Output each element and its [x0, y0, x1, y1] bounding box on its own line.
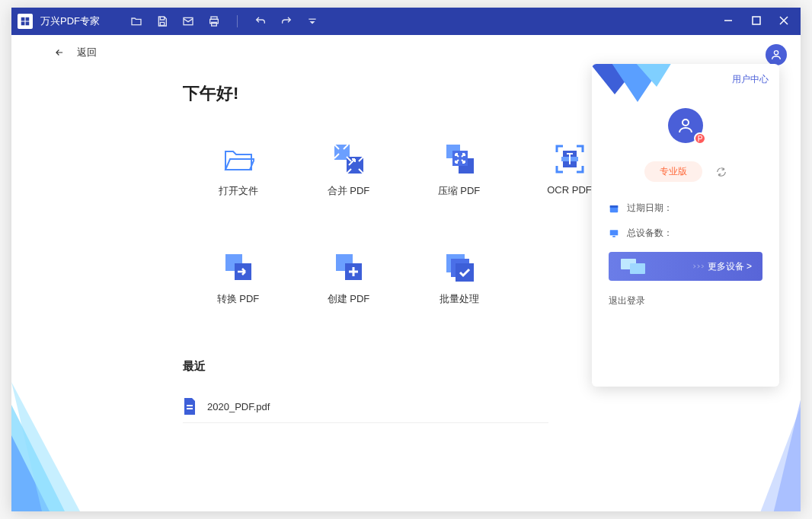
recent-file-item[interactable]: 2020_PDF.pdf — [183, 390, 548, 423]
panel-decoration — [592, 64, 676, 117]
svg-rect-25 — [610, 205, 619, 207]
svg-rect-27 — [612, 235, 615, 237]
svg-point-23 — [683, 119, 689, 126]
expiry-row: 过期日期： — [609, 202, 762, 215]
batch-icon — [443, 251, 475, 283]
pro-badge-icon: P — [694, 132, 706, 145]
merge-icon — [333, 143, 365, 175]
folder-open-icon — [222, 143, 254, 175]
compress-pdf-action[interactable]: 压缩 PDF — [404, 143, 514, 198]
redo-icon[interactable] — [280, 15, 293, 27]
action-label: OCR PDF — [547, 184, 592, 196]
close-button[interactable] — [779, 15, 788, 27]
recent-file-name: 2020_PDF.pdf — [207, 401, 270, 412]
action-label: 打开文件 — [219, 184, 258, 198]
toolbar — [130, 15, 318, 27]
user-panel: 用户中心 P 专业版 过期日期： 总设备数： — [592, 64, 779, 387]
action-label: 合并 PDF — [328, 184, 370, 198]
chevron-right-icon — [692, 263, 708, 270]
devices-image-icon — [619, 256, 647, 277]
back-button[interactable]: 返回 — [11, 35, 801, 59]
user-button[interactable] — [766, 44, 787, 65]
svg-rect-29 — [630, 263, 645, 274]
expiry-label: 过期日期： — [627, 202, 673, 215]
divider — [237, 15, 238, 27]
save-icon[interactable] — [156, 15, 168, 27]
action-label: 创建 PDF — [328, 292, 370, 306]
convert-pdf-action[interactable]: 转换 PDF — [183, 251, 293, 306]
window-controls — [723, 15, 794, 28]
create-icon — [333, 251, 365, 283]
undo-icon[interactable] — [254, 15, 267, 27]
app-title: 万兴PDF专家 — [40, 14, 100, 28]
action-label: 批量处理 — [440, 292, 479, 306]
logout-button[interactable]: 退出登录 — [592, 281, 779, 321]
merge-pdf-action[interactable]: 合并 PDF — [293, 143, 404, 198]
ocr-icon — [554, 143, 586, 175]
pro-version-badge[interactable]: 专业版 — [644, 161, 702, 182]
more-devices-label: 更多设备 > — [708, 260, 752, 273]
minimize-button[interactable] — [723, 15, 734, 28]
devices-label: 总设备数： — [627, 227, 673, 240]
svg-rect-26 — [610, 230, 619, 235]
refresh-icon[interactable] — [716, 167, 727, 177]
open-file-action[interactable]: 打开文件 — [183, 143, 293, 198]
more-devices-button[interactable]: 更多设备 > — [609, 252, 762, 281]
devices-row: 总设备数： — [609, 227, 762, 240]
pdf-file-icon — [183, 398, 197, 415]
back-label: 返回 — [77, 46, 97, 59]
mail-icon[interactable] — [182, 15, 194, 27]
monitor-icon — [609, 228, 619, 239]
svg-point-8 — [774, 51, 778, 55]
action-label: 转换 PDF — [217, 292, 260, 306]
folder-icon[interactable] — [130, 15, 142, 27]
batch-process-action[interactable]: 批量处理 — [404, 251, 514, 306]
svg-rect-5 — [753, 17, 760, 24]
print-icon[interactable] — [208, 15, 220, 27]
compress-icon — [443, 143, 475, 175]
titlebar: 万兴PDF专家 — [11, 8, 801, 35]
user-center-link[interactable]: 用户中心 — [732, 73, 769, 86]
app-logo — [18, 14, 33, 29]
maximize-button[interactable] — [752, 15, 761, 27]
convert-icon — [222, 251, 254, 283]
create-pdf-action[interactable]: 创建 PDF — [293, 251, 404, 306]
user-avatar[interactable]: P — [668, 108, 703, 143]
calendar-icon — [609, 203, 619, 214]
svg-rect-13 — [452, 151, 468, 166]
dropdown-icon[interactable] — [306, 15, 318, 27]
action-label: 压缩 PDF — [438, 184, 481, 198]
